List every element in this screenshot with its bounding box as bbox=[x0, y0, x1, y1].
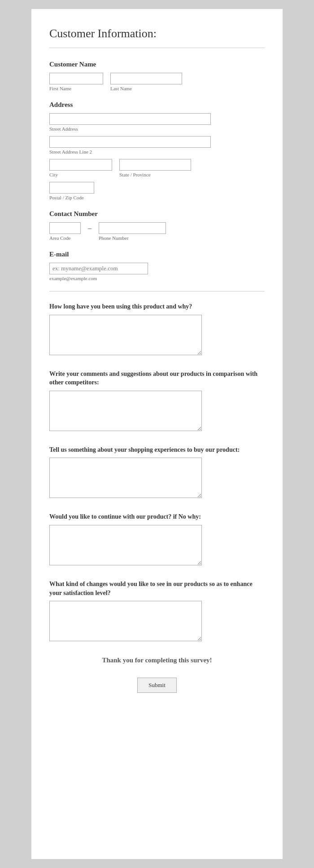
question-3-group: Tell us something about your shopping ex… bbox=[49, 445, 265, 500]
page-title: Customer Information: bbox=[49, 27, 265, 40]
phone-dash: – bbox=[88, 224, 92, 239]
first-name-input[interactable] bbox=[49, 73, 103, 84]
question-2-group: Write your comments and suggestions abou… bbox=[49, 370, 265, 433]
question-3-textarea[interactable] bbox=[49, 458, 202, 498]
city-col: City bbox=[49, 159, 112, 177]
middle-divider bbox=[49, 291, 265, 291]
last-name-input[interactable] bbox=[110, 73, 182, 84]
contact-section: Contact Number Area Code – Phone Number bbox=[49, 210, 265, 241]
question-4-label: Would you like to continue with our prod… bbox=[49, 512, 265, 521]
contact-label: Contact Number bbox=[49, 210, 265, 218]
street-col: Street Address bbox=[49, 113, 265, 132]
question-4-group: Would you like to continue with our prod… bbox=[49, 512, 265, 567]
zip-input[interactable] bbox=[49, 182, 94, 194]
customer-name-section: Customer Name First Name Last Name bbox=[49, 61, 265, 91]
question-1-group: How long have you been using this produc… bbox=[49, 302, 265, 357]
submit-button[interactable]: Submit bbox=[137, 678, 177, 693]
page-container: Customer Information: Customer Name Firs… bbox=[31, 9, 283, 859]
address-label: Address bbox=[49, 101, 265, 109]
email-input[interactable] bbox=[49, 263, 148, 274]
state-sublabel: State / Province bbox=[119, 172, 191, 177]
question-5-textarea[interactable] bbox=[49, 601, 202, 641]
question-1-label: How long have you been using this produc… bbox=[49, 302, 265, 311]
area-code-input[interactable] bbox=[49, 222, 81, 234]
street-address2-input[interactable] bbox=[49, 136, 211, 148]
email-label: E-mail bbox=[49, 251, 265, 258]
email-col: example@example.com bbox=[49, 263, 265, 281]
customer-name-label: Customer Name bbox=[49, 61, 265, 68]
last-name-col: Last Name bbox=[110, 73, 182, 91]
zip-sublabel: Postal / Zip Code bbox=[49, 195, 265, 200]
phone-number-input[interactable] bbox=[99, 222, 166, 234]
city-input[interactable] bbox=[49, 159, 112, 171]
area-code-sublabel: Area Code bbox=[49, 235, 81, 241]
city-state-row: City State / Province bbox=[49, 159, 265, 177]
top-divider bbox=[49, 48, 265, 48]
last-name-sublabel: Last Name bbox=[110, 86, 182, 91]
question-3-label: Tell us something about your shopping ex… bbox=[49, 445, 265, 454]
question-2-label: Write your comments and suggestions abou… bbox=[49, 370, 265, 387]
city-sublabel: City bbox=[49, 172, 112, 177]
address-section: Address Street Address Street Address Li… bbox=[49, 101, 265, 200]
street2-sublabel: Street Address Line 2 bbox=[49, 149, 265, 154]
zip-col: Postal / Zip Code bbox=[49, 182, 265, 200]
question-2-textarea[interactable] bbox=[49, 391, 202, 431]
thank-you-text: Thank you for completing this survey! bbox=[49, 657, 265, 664]
question-1-textarea[interactable] bbox=[49, 315, 202, 355]
contact-row: Area Code – Phone Number bbox=[49, 222, 265, 241]
phone-col: Phone Number bbox=[99, 222, 166, 241]
street-address-input[interactable] bbox=[49, 113, 211, 125]
phone-sublabel: Phone Number bbox=[99, 235, 166, 241]
name-row: First Name Last Name bbox=[49, 73, 265, 91]
state-col: State / Province bbox=[119, 159, 191, 177]
submit-container: Submit bbox=[49, 678, 265, 693]
question-5-label: What kind of changes would you like to s… bbox=[49, 580, 265, 597]
email-sublabel: example@example.com bbox=[49, 276, 265, 281]
area-code-col: Area Code bbox=[49, 222, 81, 241]
street2-col: Street Address Line 2 bbox=[49, 136, 265, 154]
first-name-col: First Name bbox=[49, 73, 103, 91]
street-sublabel: Street Address bbox=[49, 126, 265, 132]
state-input[interactable] bbox=[119, 159, 191, 171]
question-5-group: What kind of changes would you like to s… bbox=[49, 580, 265, 643]
question-4-textarea[interactable] bbox=[49, 525, 202, 565]
email-section: E-mail example@example.com bbox=[49, 251, 265, 281]
first-name-sublabel: First Name bbox=[49, 86, 103, 91]
